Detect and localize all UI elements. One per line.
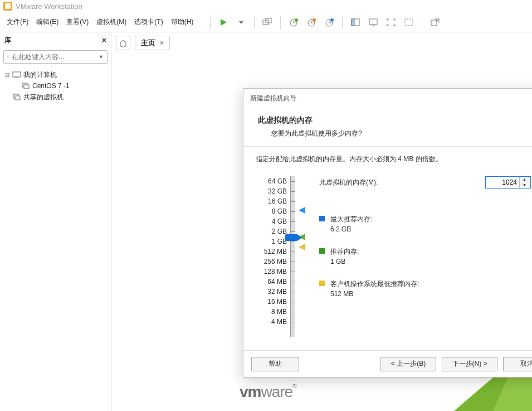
svg-marker-0 [221, 19, 227, 26]
ruler-label: 2 GB [256, 226, 287, 236]
ruler-label: 1 GB [256, 236, 287, 246]
tab-close-icon[interactable]: × [160, 39, 164, 47]
view-popup-button[interactable] [428, 15, 442, 30]
play-button[interactable] [216, 15, 231, 30]
clock-plus-icon [289, 18, 298, 27]
app-logo-icon [3, 2, 12, 11]
svg-rect-18 [13, 72, 21, 77]
legend-min-value: 512 MB [330, 289, 419, 299]
svg-marker-1 [239, 21, 243, 24]
sidebar-close-icon[interactable]: × [102, 36, 106, 45]
dialog-subheading: 您要为此虚拟机使用多少内存? [258, 125, 532, 138]
new-vm-wizard-dialog: 新建虚拟机向导 ✕ 此虚拟机的内存 您要为此虚拟机使用多少内存? 指定分配给此虚… [243, 88, 532, 378]
menu-bar: 文件(F) 编辑(E) 查看(V) 虚拟机(M) 选项卡(T) 帮助(H) [0, 12, 532, 32]
legend-min: 客户机操作系统最低推荐内存: 512 MB [319, 279, 532, 299]
ruler-label: 4 GB [256, 216, 287, 226]
menu-edit[interactable]: 编辑(E) [36, 17, 58, 27]
view-single-button[interactable] [348, 15, 363, 30]
snapshot-button[interactable] [260, 15, 275, 30]
ruler-label: 128 MB [256, 267, 287, 277]
collapse-icon[interactable]: ⊟ [4, 72, 10, 78]
cancel-button[interactable]: 取消 [503, 357, 532, 371]
ruler-label: 256 MB [256, 257, 287, 267]
menu-tabs[interactable]: 选项卡(T) [134, 17, 163, 27]
menu-help[interactable]: 帮助(H) [171, 17, 194, 27]
toolbar [208, 15, 442, 30]
vm-icon [21, 83, 30, 89]
ruler-label: 16 MB [256, 297, 287, 307]
view-unity-button[interactable] [402, 15, 416, 30]
toolbar-separator [210, 16, 211, 29]
spinner-down-icon[interactable]: ▼ [520, 182, 529, 188]
clock-gear-icon [325, 18, 334, 27]
memory-slider[interactable] [290, 176, 295, 337]
svg-point-7 [313, 18, 316, 22]
toolbar-separator [422, 16, 422, 29]
slider-handle[interactable] [285, 234, 297, 241]
snapshot-manage-button[interactable] [322, 15, 336, 30]
search-icon [7, 54, 8, 60]
spinner-up-icon[interactable]: ▲ [520, 177, 529, 182]
menu-file[interactable]: 文件(F) [7, 17, 28, 27]
dialog-instruction: 指定分配给此虚拟机的内存量。内存大小必须为 4 MB 的倍数。 [256, 154, 532, 164]
snapshot-revert-button[interactable] [304, 15, 319, 30]
search-dropdown-icon[interactable]: ▼ [99, 54, 104, 60]
max-memory-pointer-icon [299, 207, 305, 214]
snapshot-take-button[interactable] [286, 15, 301, 30]
sidebar-header: 库 × [0, 32, 111, 48]
ruler-label: 512 MB [256, 246, 287, 257]
memory-input[interactable] [486, 177, 519, 188]
tree-node-centos[interactable]: CentOS 7 -1 [2, 80, 109, 91]
menu-vm[interactable]: 虚拟机(M) [96, 17, 126, 27]
svg-rect-11 [352, 19, 354, 26]
min-memory-pointer-icon [299, 244, 305, 250]
svg-point-16 [8, 54, 8, 59]
tree-node-mycomputer[interactable]: ⊟ 我的计算机 [2, 69, 109, 80]
tab-bar: 主页 × [111, 32, 532, 52]
tree-node-shared[interactable]: 共享的虚拟机 [2, 91, 109, 103]
clock-back-icon [307, 18, 316, 27]
svg-rect-21 [24, 85, 29, 89]
memory-row: 64 GB 32 GB 16 GB 8 GB 4 GB 2 GB 1 GB 51… [256, 176, 532, 337]
sidebar-search[interactable]: ▼ [3, 50, 108, 64]
main-area: 库 × ▼ ⊟ 我的计算机 CentOS 7 -1 共享的虚拟机 [0, 32, 532, 411]
ruler-label: 16 GB [256, 196, 287, 206]
spinner-buttons[interactable]: ▲ ▼ [519, 177, 529, 188]
view-fullscreen-button[interactable] [384, 15, 398, 30]
legend-green-icon [319, 248, 325, 254]
search-input[interactable] [12, 53, 95, 61]
svg-rect-14 [405, 19, 413, 26]
home-icon [119, 39, 127, 47]
legend-rec-value: 1 GB [330, 257, 359, 267]
tab-home[interactable]: 主页 × [135, 36, 170, 50]
chevron-down-icon [239, 20, 243, 25]
svg-rect-23 [15, 96, 20, 100]
help-button[interactable]: 帮助 [251, 357, 299, 371]
next-button[interactable]: 下一步(N) > [442, 357, 497, 371]
monitor-icon [12, 71, 21, 78]
memory-spinner[interactable]: ▲ ▼ [485, 176, 531, 188]
app-title: VMware Workstation [16, 2, 82, 11]
svg-point-9 [330, 18, 334, 22]
monitor-icon [369, 18, 378, 26]
sidebar-title: 库 [4, 36, 11, 45]
window-titlebar: VMware Workstation [0, 0, 532, 12]
home-icon-button[interactable] [116, 36, 130, 50]
ruler-label: 64 GB [256, 176, 287, 186]
legend-max: 最大推荐内存: 6.2 GB [319, 214, 532, 234]
tab-label: 主页 [141, 38, 155, 48]
dialog-titlebar[interactable]: 新建虚拟机向导 ✕ [243, 89, 532, 108]
library-tree: ⊟ 我的计算机 CentOS 7 -1 共享的虚拟机 [0, 66, 111, 106]
toolbar-separator [254, 16, 255, 29]
legend-yellow-icon [319, 281, 325, 286]
ruler-labels: 64 GB 32 GB 16 GB 8 GB 4 GB 2 GB 1 GB 51… [256, 176, 287, 337]
legend-recommended: 推荐内存: 1 GB [319, 246, 532, 267]
view-console-button[interactable] [366, 15, 380, 30]
play-dropdown[interactable] [234, 15, 248, 30]
tree-label: 我的计算机 [23, 70, 57, 80]
menu-view[interactable]: 查看(V) [66, 17, 89, 27]
back-button[interactable]: < 上一步(B) [380, 357, 436, 371]
memory-input-row: 此虚拟机的内存(M): ▲ ▼ MB [319, 176, 532, 188]
dialog-title: 新建虚拟机向导 [250, 94, 297, 103]
ruler-label: 32 GB [256, 186, 287, 196]
